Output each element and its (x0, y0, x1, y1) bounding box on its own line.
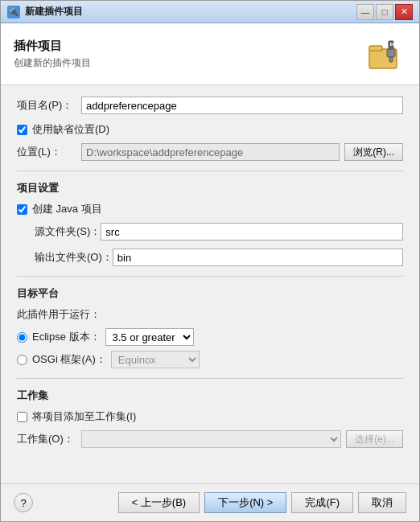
svg-rect-6 (393, 43, 394, 46)
use-default-location-checkbox[interactable] (17, 125, 27, 135)
browse-button[interactable]: 浏览(R)... (344, 143, 403, 161)
back-button[interactable]: < 上一步(B) (118, 492, 200, 513)
next-button[interactable]: 下一步(N) > (204, 492, 286, 513)
target-platform-section: 目标平台 此插件用于运行： Eclipse 版本： 3.5 or greater… (17, 286, 403, 368)
output-folder-label: 输出文件夹(O)： (35, 250, 113, 265)
maximize-button[interactable]: □ (376, 4, 393, 20)
project-name-label: 项目名(P)： (17, 98, 81, 113)
eclipse-version-radio[interactable] (17, 332, 27, 343)
cancel-button[interactable]: 取消 (358, 492, 406, 513)
eclipse-version-row: Eclipse 版本： 3.5 or greater 3.4 3.3 3.2 (17, 328, 403, 346)
use-default-location-row: 使用缺省位置(D) (17, 122, 403, 137)
radio-group: Eclipse 版本： 3.5 or greater 3.4 3.3 3.2 O… (17, 328, 403, 368)
osgi-framework-row: OSGi 框架(A)： Equinox Felix (17, 351, 403, 368)
project-settings-title: 项目设置 (17, 181, 403, 195)
window-controls: — □ ✕ (356, 4, 413, 20)
use-default-location-label[interactable]: 使用缺省位置(D) (32, 122, 109, 137)
svg-rect-3 (387, 49, 395, 57)
page-subtitle: 创建新的插件项目 (14, 56, 91, 70)
add-to-workset-row: 将项目添加至工作集(I) (17, 409, 403, 424)
svg-rect-1 (369, 46, 382, 51)
footer-right: < 上一步(B) 下一步(N) > 完成(F) 取消 (118, 492, 406, 513)
target-platform-title: 目标平台 (17, 286, 403, 301)
main-window: 🔌 新建插件项目 — □ ✕ 插件项目 创建新的插件项目 (0, 0, 420, 522)
page-title: 插件项目 (14, 39, 91, 54)
output-folder-input[interactable] (113, 249, 403, 266)
workset-title: 工作集 (17, 388, 403, 403)
header-area: 插件项目 创建新的插件项目 (1, 23, 419, 85)
source-folder-input[interactable] (101, 223, 403, 240)
close-button[interactable]: ✕ (395, 4, 413, 20)
eclipse-version-dropdown[interactable]: 3.5 or greater 3.4 3.3 3.2 (105, 328, 194, 346)
source-folder-label: 源文件夹(S)： (35, 224, 101, 239)
osgi-framework-dropdown[interactable]: Equinox Felix (111, 351, 200, 368)
minimize-button[interactable]: — (356, 4, 374, 20)
header-icon (364, 33, 406, 75)
location-row: 位置(L)： 浏览(R)... (17, 143, 403, 161)
project-settings-section: 项目设置 创建 Java 项目 源文件夹(S)： 输出文件夹(O)： (17, 181, 403, 266)
footer: ? < 上一步(B) 下一步(N) > 完成(F) 取消 (1, 483, 419, 521)
eclipse-version-label[interactable]: Eclipse 版本： (32, 330, 101, 344)
help-button[interactable]: ? (14, 493, 33, 512)
output-folder-row: 输出文件夹(O)： (35, 249, 403, 266)
location-label: 位置(L)： (17, 145, 81, 159)
workset-label: 工作集(O)： (17, 432, 81, 446)
add-to-workset-label[interactable]: 将项目添加至工作集(I) (32, 409, 136, 424)
select-workset-button[interactable]: 选择(e)... (346, 430, 403, 448)
window-icon: 🔌 (7, 6, 20, 18)
footer-left: ? (14, 493, 33, 512)
location-input[interactable] (81, 143, 340, 161)
finish-button[interactable]: 完成(F) (291, 492, 353, 513)
workset-row: 工作集(O)： 选择(e)... (17, 430, 403, 448)
create-java-label[interactable]: 创建 Java 项目 (32, 202, 102, 216)
osgi-framework-label[interactable]: OSGi 框架(A)： (32, 352, 106, 367)
content-area: 项目名(P)： 使用缺省位置(D) 位置(L)： 浏览(R)... 项目设置 创… (1, 85, 419, 483)
create-java-row: 创建 Java 项目 (17, 202, 403, 216)
create-java-checkbox[interactable] (17, 204, 27, 215)
add-to-workset-checkbox[interactable] (17, 412, 27, 422)
title-bar: 🔌 新建插件项目 — □ ✕ (1, 1, 419, 23)
source-folder-row: 源文件夹(S)： (35, 223, 403, 240)
project-name-input[interactable] (81, 97, 403, 114)
window-title: 新建插件项目 (25, 5, 356, 18)
svg-rect-5 (390, 43, 392, 46)
project-name-row: 项目名(P)： (17, 97, 403, 114)
header-text: 插件项目 创建新的插件项目 (14, 39, 91, 70)
svg-rect-4 (389, 57, 393, 62)
osgi-framework-radio[interactable] (17, 355, 27, 365)
plugin-runtime-label: 此插件用于运行： (17, 307, 403, 322)
workset-dropdown[interactable] (81, 430, 341, 448)
workset-section: 工作集 将项目添加至工作集(I) 工作集(O)： 选择(e)... (17, 388, 403, 448)
